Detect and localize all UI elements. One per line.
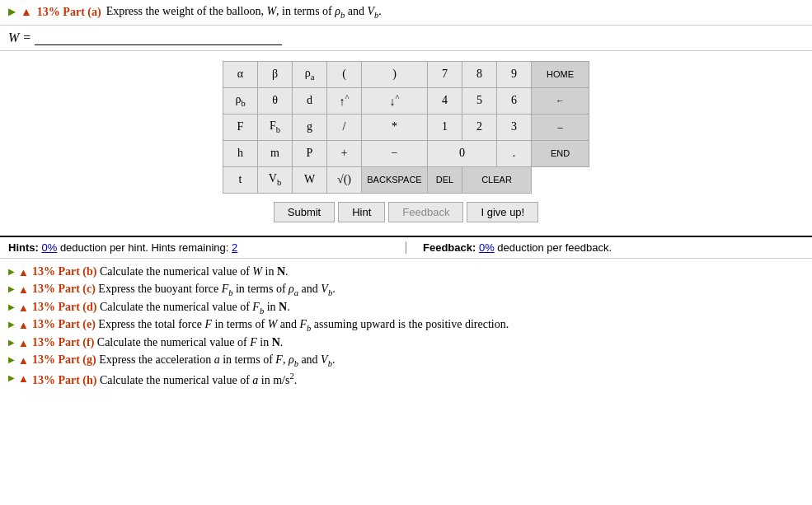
key-8[interactable]: 8 bbox=[462, 61, 497, 87]
part-e-text: 13% Part (e) Express the total force F i… bbox=[32, 318, 509, 333]
submit-button[interactable]: Submit bbox=[274, 202, 335, 222]
part-f-text: 13% Part (f) Calculate the numerical val… bbox=[32, 336, 283, 349]
part-e-row: ▶ ▲ 13% Part (e) Express the total force… bbox=[8, 318, 804, 333]
part-d-warning-icon: ▲ bbox=[18, 302, 29, 315]
key-clear[interactable]: CLEAR bbox=[462, 166, 532, 193]
part-a-header: ▶ ▲ 13% Part (a) Express the weight of t… bbox=[0, 0, 812, 26]
keyboard-area: α β ρa ( ) 7 8 9 HOME ρb θ d ↑^ ↓^ 4 5 6… bbox=[0, 51, 812, 236]
part-g-warning-icon: ▲ bbox=[18, 354, 29, 367]
key-uparrow[interactable]: ↑^ bbox=[327, 87, 362, 114]
key-lparen[interactable]: ( bbox=[327, 61, 362, 87]
w-label: W = bbox=[8, 30, 31, 45]
hints-feedback-bar: Hints: 0% deduction per hint. Hints rema… bbox=[0, 236, 812, 259]
key-home[interactable]: HOME bbox=[532, 61, 589, 87]
part-a-label: 13% Part (a) bbox=[37, 6, 101, 19]
part-c-warning-icon: ▲ bbox=[18, 283, 29, 297]
part-h-row: ▶ ▲ 13% Part (h) Calculate the numerical… bbox=[8, 372, 804, 387]
parts-list: ▶ ▲ 13% Part (b) Calculate the numerical… bbox=[0, 259, 812, 397]
key-1[interactable]: 1 bbox=[428, 114, 462, 140]
key-3[interactable]: 3 bbox=[497, 114, 532, 140]
key-P[interactable]: P bbox=[293, 140, 327, 166]
key-sqrt[interactable]: √() bbox=[327, 166, 362, 193]
key-h[interactable]: h bbox=[223, 140, 258, 166]
feedback-text: deduction per feedback. bbox=[497, 241, 612, 254]
key-d[interactable]: d bbox=[293, 87, 327, 114]
question-text: Express the weight of the balloon, W, in… bbox=[106, 5, 382, 20]
key-Fb[interactable]: Fb bbox=[258, 114, 293, 140]
part-g-text: 13% Part (g) Express the acceleration a … bbox=[32, 353, 336, 368]
key-g[interactable]: g bbox=[293, 114, 327, 140]
key-4[interactable]: 4 bbox=[428, 87, 462, 114]
feedback-button[interactable]: Feedback bbox=[388, 202, 463, 222]
key-downarrow[interactable]: ↓^ bbox=[362, 87, 428, 114]
part-e-warning-icon: ▲ bbox=[18, 319, 29, 332]
key-alpha[interactable]: α bbox=[223, 61, 258, 87]
part-h-warning-icon: ▲ bbox=[18, 372, 29, 386]
hints-remaining: 2 bbox=[232, 241, 237, 254]
key-plus[interactable]: + bbox=[327, 140, 362, 166]
part-b-text: 13% Part (b) Calculate the numerical val… bbox=[32, 265, 289, 278]
key-end[interactable]: END bbox=[532, 140, 589, 166]
part-b-row: ▶ ▲ 13% Part (b) Calculate the numerical… bbox=[8, 265, 804, 279]
action-buttons: Submit Hint Feedback I give up! bbox=[274, 202, 538, 222]
key-7[interactable]: 7 bbox=[428, 61, 462, 87]
feedback-label: Feedback: bbox=[423, 241, 476, 254]
key-star[interactable]: * bbox=[362, 114, 428, 140]
hints-label: Hints: bbox=[8, 241, 39, 254]
part-e-play-icon: ▶ bbox=[8, 320, 15, 329]
key-6[interactable]: 6 bbox=[497, 87, 532, 114]
key-5[interactable]: 5 bbox=[462, 87, 497, 114]
part-g-row: ▶ ▲ 13% Part (g) Express the acceleratio… bbox=[8, 353, 804, 368]
key-minus[interactable]: − bbox=[362, 140, 428, 166]
answer-input[interactable] bbox=[35, 30, 282, 45]
key-0[interactable]: 0 bbox=[428, 140, 497, 166]
key-rho-b[interactable]: ρb bbox=[223, 87, 258, 114]
hints-text: deduction per hint. Hints remaining: bbox=[60, 241, 229, 254]
part-c-play-icon: ▶ bbox=[8, 284, 15, 293]
key-beta[interactable]: β bbox=[258, 61, 293, 87]
key-t[interactable]: t bbox=[223, 166, 258, 193]
key-left[interactable]: ← bbox=[532, 87, 589, 114]
part-h-text: 13% Part (h) Calculate the numerical val… bbox=[32, 372, 297, 387]
hints-section: Hints: 0% deduction per hint. Hints rema… bbox=[8, 241, 406, 254]
answer-input-row: W = bbox=[0, 26, 812, 51]
part-b-play-icon: ▶ bbox=[8, 267, 15, 276]
warning-icon: ▲ bbox=[21, 6, 32, 19]
part-f-warning-icon: ▲ bbox=[18, 337, 29, 350]
key-W[interactable]: W bbox=[293, 166, 327, 193]
hints-percent: 0% bbox=[41, 241, 57, 254]
part-c-text: 13% Part (c) Express the buoyant force F… bbox=[32, 283, 336, 297]
part-f-play-icon: ▶ bbox=[8, 338, 15, 347]
feedback-percent: 0% bbox=[479, 241, 495, 254]
key-9[interactable]: 9 bbox=[497, 61, 532, 87]
key-dot[interactable]: . bbox=[497, 140, 532, 166]
key-rho-a[interactable]: ρa bbox=[293, 61, 327, 87]
feedback-section: Feedback: 0% deduction per feedback. bbox=[406, 241, 804, 254]
key-F[interactable]: F bbox=[223, 114, 258, 140]
part-c-row: ▶ ▲ 13% Part (c) Express the buoyant for… bbox=[8, 283, 804, 297]
key-Vb[interactable]: Vb bbox=[258, 166, 293, 193]
key-del[interactable]: DEL bbox=[428, 166, 462, 193]
part-d-text: 13% Part (d) Calculate the numerical val… bbox=[32, 301, 290, 316]
key-backspace[interactable]: BACKSPACE bbox=[362, 166, 428, 193]
part-b-warning-icon: ▲ bbox=[18, 266, 29, 279]
part-d-play-icon: ▶ bbox=[8, 302, 15, 311]
give-up-button[interactable]: I give up! bbox=[467, 202, 538, 222]
key-slash[interactable]: / bbox=[327, 114, 362, 140]
key-right[interactable]: – bbox=[532, 114, 589, 140]
key-rparen[interactable]: ) bbox=[362, 61, 428, 87]
hint-button[interactable]: Hint bbox=[338, 202, 385, 222]
keyboard-table: α β ρa ( ) 7 8 9 HOME ρb θ d ↑^ ↓^ 4 5 6… bbox=[223, 61, 589, 194]
part-g-play-icon: ▶ bbox=[8, 355, 15, 364]
key-theta[interactable]: θ bbox=[258, 87, 293, 114]
play-icon: ▶ bbox=[8, 6, 16, 18]
part-h-play-icon: ▶ bbox=[8, 373, 15, 382]
key-2[interactable]: 2 bbox=[462, 114, 497, 140]
part-d-row: ▶ ▲ 13% Part (d) Calculate the numerical… bbox=[8, 301, 804, 316]
part-f-row: ▶ ▲ 13% Part (f) Calculate the numerical… bbox=[8, 336, 804, 350]
key-m[interactable]: m bbox=[258, 140, 293, 166]
